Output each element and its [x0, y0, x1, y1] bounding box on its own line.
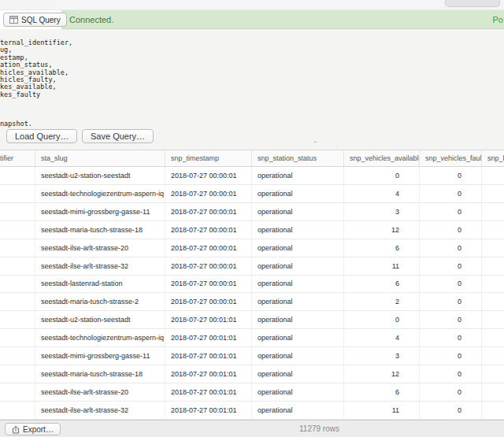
table-row[interactable]: seestadt-maria-tusch-strasse-18 2018-07-… [0, 221, 504, 239]
cell-sta-slug: seestadt-technologiezentrum-aspern-iq [35, 185, 165, 202]
cell-snp-b [482, 276, 504, 293]
cell-snp-timestamp: 2018-07-27 00:00:01 [165, 167, 252, 184]
cell-snp-timestamp: 2018-07-27 00:00:01 [165, 239, 252, 257]
cell-snp-timestamp: 2018-07-27 00:00:01 [165, 293, 252, 310]
cell-snp-b [482, 167, 504, 184]
export-button[interactable]: Export… [5, 423, 61, 435]
table-row[interactable]: seestadt-mimi-grossberg-gasse-11 2018-07… [0, 203, 504, 221]
cell-identifier [0, 257, 35, 275]
cell-snp-vehicles-faulty: 0 [420, 276, 482, 293]
cell-identifier [0, 311, 35, 328]
cell-snp-station-status: operational [252, 311, 344, 328]
results-table-body: seestadt-u2-station-seestadt 2018-07-27 … [0, 167, 504, 420]
sql-query-tab[interactable]: SQL Query [3, 13, 67, 27]
cell-snp-b [482, 311, 504, 328]
cell-snp-vehicles-available: 6 [344, 383, 420, 401]
sql-editor[interactable]: ternal_identifier, ug, estamp, ation_sta… [0, 29, 504, 150]
cell-snp-timestamp: 2018-07-27 00:00:01 [165, 203, 252, 220]
cell-snp-vehicles-available: 3 [344, 347, 420, 365]
column-header-snp-station-status[interactable]: snp_station_status [252, 150, 344, 166]
cell-snp-timestamp: 2018-07-27 00:00:01 [165, 257, 252, 275]
sql-text[interactable]: ternal_identifier, ug, estamp, ation_sta… [0, 39, 72, 128]
cell-snp-vehicles-faulty: 0 [420, 365, 482, 383]
table-row[interactable]: seestadt-lastenrad-station 2018-07-27 00… [0, 276, 504, 294]
cell-sta-slug: seestadt-u2-station-seestadt [35, 167, 165, 184]
cell-snp-timestamp: 2018-07-27 00:01:01 [165, 329, 252, 346]
column-header-snp-b[interactable]: snp_b [482, 150, 504, 166]
table-row[interactable]: seestadt-maria-tusch-strasse-18 2018-07-… [0, 365, 504, 383]
column-header-snp-vehicles-available[interactable]: snp_vehicles_available [344, 150, 420, 166]
column-header-snp-vehicles-faulty[interactable]: snp_vehicles_faulty [420, 150, 482, 166]
cell-identifier [0, 365, 35, 383]
cell-sta-slug: seestadt-mimi-grossberg-gasse-11 [35, 203, 165, 220]
cell-sta-slug: seestadt-maria-tusch-strasse-18 [35, 365, 165, 383]
cell-identifier [0, 239, 35, 257]
cell-identifier [0, 167, 35, 184]
cell-snp-b [482, 293, 504, 310]
cell-snp-timestamp: 2018-07-27 00:01:01 [165, 347, 252, 365]
cell-snp-b [482, 239, 504, 257]
cell-sta-slug: seestadt-ilse-arlt-strasse-20 [35, 383, 165, 401]
cell-snp-vehicles-available: 12 [344, 221, 420, 239]
row-count: 11279 rows [299, 420, 339, 437]
column-header-sta-slug[interactable]: sta_slug [35, 150, 165, 166]
cell-identifier [0, 203, 35, 220]
cell-snp-vehicles-faulty: 0 [420, 239, 482, 257]
cell-sta-slug: seestadt-maria-tusch-strasse-18 [35, 221, 165, 239]
cell-snp-station-status: operational [252, 276, 344, 293]
app-window: Connected. Po SQL Query ternal_identifie… [0, 0, 504, 437]
cell-snp-timestamp: 2018-07-27 00:01:01 [165, 311, 252, 328]
cell-snp-b [482, 365, 504, 383]
sort-indicator-icon: ˆ [314, 141, 317, 148]
cell-snp-b [482, 347, 504, 365]
table-row[interactable]: seestadt-ilse-arlt-strasse-32 2018-07-27… [0, 402, 504, 420]
titlebar-segmented-control[interactable] [445, 0, 500, 7]
connection-status-text: Connected. [69, 15, 113, 24]
table-row[interactable]: seestadt-u2-station-seestadt 2018-07-27 … [0, 167, 504, 185]
cell-snp-station-status: operational [252, 221, 344, 239]
cell-snp-vehicles-available: 3 [344, 203, 420, 220]
connection-status-bar: Connected. Po [61, 10, 504, 29]
cell-identifier [0, 347, 35, 365]
cell-snp-vehicles-faulty: 0 [420, 257, 482, 275]
cell-snp-b [482, 203, 504, 220]
connection-link[interactable]: Po [493, 10, 504, 29]
cell-snp-station-status: operational [252, 293, 344, 310]
cell-snp-vehicles-faulty: 0 [420, 311, 482, 328]
cell-snp-timestamp: 2018-07-27 00:01:01 [165, 365, 252, 383]
cell-snp-station-status: operational [252, 257, 344, 275]
cell-snp-station-status: operational [252, 383, 344, 401]
table-row[interactable]: seestadt-u2-station-seestadt 2018-07-27 … [0, 311, 504, 329]
table-row[interactable]: seestadt-technologiezentrum-aspern-iq 20… [0, 185, 504, 203]
cell-snp-vehicles-available: 12 [344, 365, 420, 383]
cell-sta-slug: seestadt-lastenrad-station [35, 276, 165, 293]
cell-snp-station-status: operational [252, 402, 344, 419]
table-icon [9, 16, 18, 24]
cell-snp-vehicles-faulty: 0 [420, 329, 482, 346]
table-row[interactable]: seestadt-ilse-arlt-strasse-20 2018-07-27… [0, 239, 504, 257]
cell-sta-slug: seestadt-u2-station-seestadt [35, 311, 165, 328]
cell-identifier [0, 221, 35, 239]
cell-snp-station-status: operational [252, 185, 344, 202]
column-header-snp-timestamp[interactable]: snp_timestamp [165, 150, 252, 166]
results-table-header: tifier sta_slug snp_timestamp snp_statio… [0, 150, 504, 167]
cell-snp-vehicles-faulty: 0 [420, 167, 482, 184]
cell-sta-slug: seestadt-technologiezentrum-aspern-iq [35, 329, 165, 346]
cell-snp-vehicles-faulty: 0 [420, 293, 482, 310]
table-row[interactable]: seestadt-ilse-arlt-strasse-20 2018-07-27… [0, 383, 504, 402]
table-row[interactable]: seestadt-ilse-arlt-strasse-32 2018-07-27… [0, 257, 504, 276]
table-row[interactable]: seestadt-technologiezentrum-aspern-iq 20… [0, 329, 504, 347]
load-query-button[interactable]: Load Query… [6, 129, 77, 143]
cell-snp-timestamp: 2018-07-27 00:00:01 [165, 221, 252, 239]
cell-identifier [0, 329, 35, 346]
export-icon [12, 425, 20, 434]
cell-sta-slug: seestadt-ilse-arlt-strasse-32 [35, 402, 165, 419]
cell-snp-vehicles-faulty: 0 [420, 347, 482, 365]
cell-snp-station-status: operational [252, 365, 344, 383]
column-header-identifier[interactable]: tifier [0, 150, 35, 166]
table-row[interactable]: seestadt-maria-tusch-strasse-2 2018-07-2… [0, 293, 504, 311]
save-query-button[interactable]: Save Query… [82, 129, 154, 143]
cell-snp-b [482, 329, 504, 346]
cell-snp-vehicles-faulty: 0 [420, 221, 482, 239]
table-row[interactable]: seestadt-mimi-grossberg-gasse-11 2018-07… [0, 347, 504, 365]
